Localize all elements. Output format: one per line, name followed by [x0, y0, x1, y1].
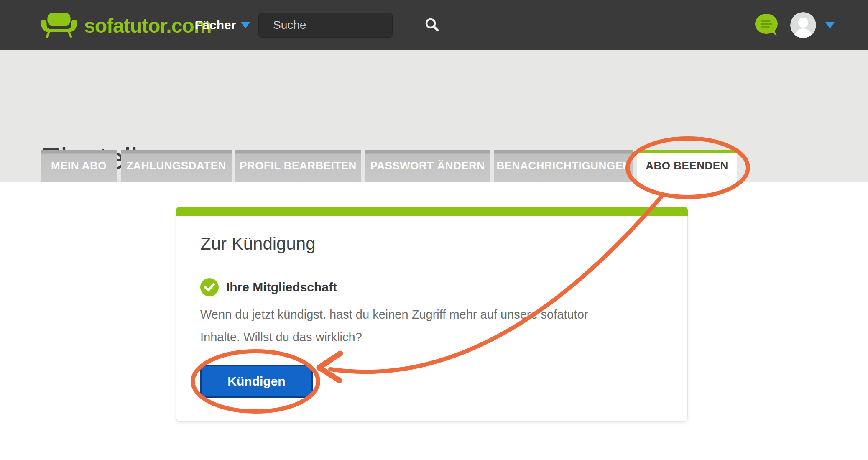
body-line-2: Inhalte. Willst du das wirklich? [200, 326, 588, 348]
subjects-menu-label: Fächer [195, 18, 236, 32]
tab-passwort-aendern[interactable]: PASSWORT ÄNDERN [365, 150, 490, 182]
tab-benachrichtigungen[interactable]: BENACHRICHTIGUNGEN [494, 150, 633, 182]
tab-zahlungsdaten[interactable]: ZAHLUNGSDATEN [121, 150, 232, 182]
cancel-subscription-button[interactable]: Kündigen [200, 365, 313, 398]
membership-title: Ihre Mitgliedschaft [226, 280, 337, 294]
navbar-right-group [754, 0, 835, 50]
subjects-menu[interactable]: Fächer [195, 0, 250, 50]
search-box [258, 13, 393, 38]
sofatutor-logo[interactable]: sofatutor.com [40, 11, 211, 40]
top-navbar: sofatutor.com Fächer [0, 0, 868, 50]
main-content: Zur Kündigung Ihre Mitgliedschaft Wenn d… [0, 182, 868, 460]
sofa-icon [40, 12, 78, 39]
tab-mein-abo[interactable]: MEIN ABO [41, 150, 117, 182]
cancellation-body-text: Wenn du jetzt kündigst. hast du keinen Z… [200, 303, 588, 348]
card-accent-bar [176, 207, 688, 216]
magnifier-icon [424, 17, 440, 34]
chat-bubble-icon[interactable] [754, 13, 781, 37]
search-input[interactable] [259, 13, 424, 37]
logo-wordmark: sofatutor.com [84, 14, 211, 37]
user-avatar[interactable] [790, 12, 816, 38]
tab-abo-beenden[interactable]: ABO BEENDEN [637, 150, 737, 182]
search-button[interactable] [424, 13, 440, 37]
cancellation-card: Zur Kündigung Ihre Mitgliedschaft Wenn d… [176, 207, 688, 422]
body-line-1: Wenn du jetzt kündigst. hast du keinen Z… [200, 303, 588, 326]
card-heading: Zur Kündigung [200, 233, 316, 254]
chevron-down-icon [241, 22, 250, 28]
settings-tab-bar: MEIN ABO ZAHLUNGSDATEN PROFIL BEARBEITEN… [41, 150, 737, 182]
checkmark-icon [200, 278, 219, 296]
page-header: Einstellungen MEIN ABO ZAHLUNGSDATEN PRO… [0, 50, 868, 182]
account-chevron-down-icon[interactable] [825, 22, 835, 28]
tab-profil-bearbeiten[interactable]: PROFIL BEARBEITEN [235, 150, 361, 182]
membership-row: Ihre Mitgliedschaft [200, 278, 337, 296]
